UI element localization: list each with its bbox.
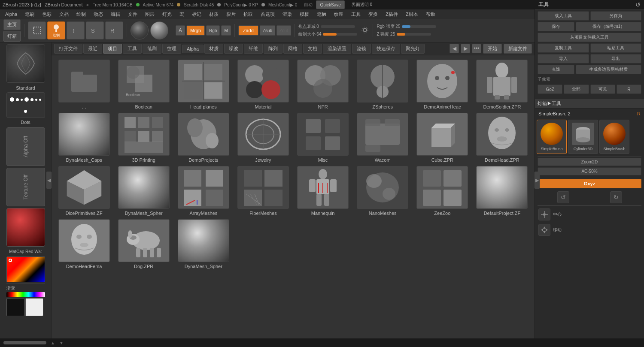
project-item-cube[interactable]: Cube.ZPR bbox=[414, 113, 471, 163]
quicksave-button[interactable]: QuickSave bbox=[316, 0, 344, 9]
project-item-nanomeshes[interactable]: NanoMeshes bbox=[355, 166, 411, 216]
rgb-button[interactable]: Rgb bbox=[206, 25, 220, 36]
save-btn[interactable]: 保存 bbox=[538, 22, 574, 31]
r-btn[interactable]: R bbox=[617, 84, 641, 94]
project-item-demoprojects[interactable]: DemoProjects bbox=[175, 113, 231, 163]
project-item-npr[interactable]: NPR bbox=[295, 60, 351, 109]
menu-document[interactable]: 文档 bbox=[56, 10, 72, 18]
simple-brush-item-2[interactable]: SimpleBrush bbox=[599, 120, 629, 154]
tab-brush[interactable]: 笔刷 bbox=[143, 44, 161, 54]
tab-recent[interactable]: 最近 bbox=[83, 44, 102, 54]
menu-preferences[interactable]: 首选项 bbox=[257, 10, 278, 18]
project-item-headplanes[interactable]: Head planes bbox=[175, 60, 231, 109]
zcut-button[interactable]: Zcut bbox=[276, 25, 291, 36]
menu-zplugin[interactable]: Z插件 bbox=[382, 10, 401, 18]
visible-btn[interactable]: 可见 bbox=[590, 84, 615, 94]
project-item-3dprinting[interactable]: 3D Printing bbox=[115, 113, 172, 163]
tab-spotlight[interactable]: 聚光灯 bbox=[401, 44, 425, 54]
ac50-btn[interactable]: AC-50% bbox=[538, 167, 641, 175]
project-item-dynamesh-spher2[interactable]: DynaMesh_Spher bbox=[175, 219, 231, 269]
project-item-wacom[interactable]: Wacom bbox=[355, 113, 411, 163]
project-item-dog[interactable]: Dog.ZPR bbox=[115, 219, 172, 269]
project-item-boolean[interactable]: Boolean Boolean bbox=[115, 60, 172, 109]
tab-project[interactable]: 项目 bbox=[103, 44, 122, 54]
import-btn[interactable]: 导入 bbox=[538, 54, 589, 63]
project-item-empty[interactable]: … bbox=[56, 60, 112, 109]
move-icon[interactable] bbox=[538, 224, 550, 236]
export-btn[interactable]: 导出 bbox=[590, 54, 642, 63]
menu-help[interactable]: 帮助 bbox=[422, 10, 439, 18]
select-rect-icon[interactable] bbox=[28, 21, 46, 39]
menu-material[interactable]: 材质 bbox=[206, 10, 222, 18]
project-item-arraymeshes[interactable]: ArrayMeshes bbox=[175, 166, 231, 216]
project-item-mannequin[interactable]: Mannequin bbox=[295, 166, 351, 216]
menu-file[interactable]: 文件 bbox=[125, 10, 141, 18]
right-panel-refresh[interactable]: ↺ bbox=[635, 1, 641, 8]
menu-light[interactable]: 灯光 bbox=[159, 10, 175, 18]
white-swatch[interactable] bbox=[25, 298, 43, 316]
tab-alpha[interactable]: Alpha bbox=[182, 45, 204, 53]
save-as-btn[interactable]: 另存为 bbox=[590, 11, 642, 21]
tab-fiber[interactable]: 纤维 bbox=[244, 44, 263, 54]
m-button[interactable]: M bbox=[221, 25, 231, 36]
right-panel-collapse[interactable]: ▶ bbox=[535, 172, 540, 189]
goz-large-btn[interactable]: Gxyz bbox=[538, 179, 641, 188]
project-item-soldier[interactable]: DemoSoldier.ZPR bbox=[474, 60, 530, 109]
menu-picker[interactable]: 拾取 bbox=[240, 10, 256, 18]
load-from-project-btn[interactable]: 从项目文件载入工具 bbox=[538, 33, 641, 42]
project-item-animehead[interactable]: DemoAnimeHeac bbox=[414, 60, 471, 109]
tab-texture[interactable]: 纹理 bbox=[162, 44, 181, 54]
new-file-button[interactable]: 新建文件 bbox=[504, 44, 532, 54]
project-item-jewelry[interactable]: Jewelry bbox=[235, 113, 291, 163]
move-tool-icon[interactable]: ↕ bbox=[67, 21, 85, 39]
tab-filter[interactable]: 滤镜 bbox=[352, 44, 371, 54]
menu-texture[interactable]: 纹理 bbox=[331, 10, 347, 18]
project-item-defaultproj[interactable]: DefaultProject.ZF bbox=[474, 166, 530, 216]
gradient-bar[interactable] bbox=[6, 292, 45, 297]
tab-mesh[interactable]: 网格 bbox=[283, 44, 302, 54]
matcap-preview[interactable] bbox=[6, 208, 45, 247]
menu-dynamic[interactable]: 动态 bbox=[90, 10, 106, 18]
menu-render[interactable]: 渲染 bbox=[279, 10, 295, 18]
project-item-fibermeshes[interactable]: FiberMeshes bbox=[235, 166, 291, 216]
copy-tool-btn[interactable]: 复制工具 bbox=[538, 43, 589, 53]
menu-color[interactable]: 色彩 bbox=[39, 10, 55, 18]
scroll-handle[interactable] bbox=[3, 341, 46, 344]
project-item-material[interactable]: Material bbox=[235, 60, 291, 109]
project-item-demohead[interactable]: DemoHead.ZPR bbox=[474, 113, 530, 163]
next-btn[interactable]: ▶ bbox=[461, 44, 470, 53]
menu-brushes[interactable]: 笔刷 bbox=[21, 10, 38, 18]
paste-tool-btn[interactable]: 粘贴工具 bbox=[590, 43, 642, 53]
tab-tool[interactable]: 工具 bbox=[123, 44, 142, 54]
menu-transform[interactable]: 变换 bbox=[365, 10, 381, 18]
menu-alpha[interactable]: Alpha bbox=[2, 11, 21, 18]
cylinder3d-item[interactable]: Cylinder3D bbox=[568, 120, 598, 154]
tab-document[interactable]: 文档 bbox=[303, 44, 322, 54]
a-button[interactable]: A bbox=[176, 25, 185, 36]
scroll-arrow-right[interactable]: ▼ bbox=[59, 341, 64, 345]
menu-layers[interactable]: 图层 bbox=[142, 10, 158, 18]
zadd-button[interactable]: Zadd bbox=[238, 25, 258, 36]
goz-tool-btn[interactable]: GoZ bbox=[538, 84, 562, 94]
prev-btn[interactable]: ◀ bbox=[450, 44, 459, 53]
tab-array[interactable]: 阵列 bbox=[264, 44, 283, 54]
z-strength-track[interactable] bbox=[397, 33, 431, 36]
color-box[interactable] bbox=[6, 256, 45, 282]
tab-open-file[interactable]: 打开文件 bbox=[54, 44, 82, 54]
menu-zscript[interactable]: Z脚本 bbox=[402, 10, 422, 18]
all-btn[interactable]: 全部 bbox=[564, 84, 589, 94]
menu-macro[interactable]: 宏 bbox=[176, 10, 188, 18]
rotate-ccw-icon[interactable]: ↺ bbox=[557, 191, 569, 203]
lightbox-button[interactable]: 灯箱 bbox=[3, 31, 21, 42]
project-item-misc[interactable]: Misc bbox=[295, 113, 351, 163]
settings-icon[interactable] bbox=[361, 26, 369, 35]
project-item-demoheadfema[interactable]: DemoHeadFema bbox=[56, 219, 112, 269]
home-button[interactable]: 主页 bbox=[3, 19, 21, 30]
menu-stroke[interactable]: 笔触 bbox=[313, 10, 330, 18]
menu-markers[interactable]: 标记 bbox=[188, 10, 205, 18]
project-item-zeezoo[interactable]: ZeeZoo bbox=[414, 166, 471, 216]
color-picker[interactable]: 渐变 bbox=[6, 256, 45, 316]
tab-render-settings[interactable]: 渲染设置 bbox=[323, 44, 351, 54]
focal-track[interactable] bbox=[321, 25, 355, 28]
load-tool-btn[interactable]: 载入工具 bbox=[538, 11, 589, 21]
